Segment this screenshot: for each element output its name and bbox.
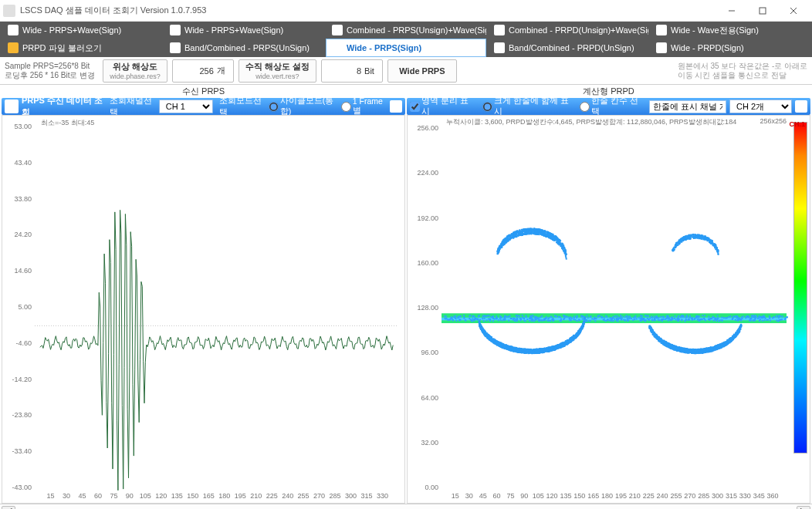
svg-rect-5249 — [470, 319, 472, 321]
channels-per-line-select[interactable]: CH 2개 — [729, 99, 792, 113]
svg-rect-944 — [522, 234, 523, 236]
svg-rect-5071 — [488, 319, 489, 320]
tab-band-prpd[interactable]: Band/Combined - PRPD(UnSign) — [488, 39, 648, 57]
svg-rect-3143 — [504, 348, 506, 349]
svg-rect-5248 — [682, 315, 684, 317]
tab-wide-prps-wave-1[interactable]: Wide - PRPS+Wave(Sign) — [2, 22, 162, 39]
svg-rect-4535 — [733, 336, 735, 338]
svg-rect-5181 — [499, 318, 501, 319]
svg-rect-5223 — [708, 316, 709, 318]
svg-rect-5166 — [546, 320, 548, 322]
svg-rect-3087 — [534, 349, 536, 351]
panel-menu-icon[interactable] — [795, 100, 807, 113]
svg-rect-1290 — [696, 236, 698, 238]
svg-rect-3107 — [515, 347, 516, 349]
svg-rect-881 — [521, 232, 523, 234]
panels: 수신 PRPS PRPS 수신 데이터 조회 조회채널선택 CH 1 조회모드선… — [0, 85, 812, 504]
svg-rect-5215 — [738, 317, 739, 319]
right-chart[interactable]: 누적사이클: 3,600, PRPD발생칸수:4,645, PRPS발생합계: … — [407, 115, 810, 504]
svg-rect-869 — [564, 249, 566, 251]
close-button[interactable] — [778, 0, 809, 22]
svg-rect-5410 — [611, 319, 613, 320]
channel-select[interactable]: CH 1 — [159, 99, 213, 113]
svg-text:96.00: 96.00 — [421, 349, 438, 356]
svg-text:165: 165 — [587, 492, 599, 500]
svg-rect-4853 — [526, 319, 528, 320]
svg-rect-4712 — [655, 335, 656, 336]
right-ctrl: 영역 분리 표시 크게 한줄에 함께 표시 한줄 칸수 선택 CH 2개 — [407, 98, 810, 115]
phase-res-button[interactable]: 위상 해상도 wide.phase.res? — [103, 59, 167, 83]
cols-per-line-input[interactable] — [649, 100, 726, 113]
svg-rect-4750 — [740, 325, 742, 326]
svg-rect-5281 — [692, 319, 693, 320]
svg-rect-5373 — [666, 316, 668, 318]
svg-rect-4802 — [671, 345, 672, 346]
svg-rect-5018 — [522, 315, 523, 316]
tab-combined-prpd[interactable]: Combined - PRPD(Unsign)+Wave(Sign) — [488, 22, 648, 39]
svg-rect-5363 — [584, 316, 585, 318]
svg-rect-5084 — [764, 316, 766, 318]
tab-combined-prps[interactable]: Combined - PRPS(Unsign)+Wave(Sign) — [326, 22, 486, 39]
svg-rect-5040 — [638, 317, 640, 319]
svg-rect-4765 — [666, 345, 668, 346]
svg-rect-4980 — [721, 317, 722, 319]
svg-rect-3067 — [528, 352, 529, 354]
svg-rect-898 — [531, 232, 533, 234]
svg-rect-5321 — [444, 318, 445, 319]
svg-rect-5211 — [645, 320, 646, 322]
svg-rect-957 — [533, 233, 535, 234]
tab-open-prpd-file[interactable]: PRPD 파일 불러오기 — [2, 39, 162, 57]
svg-rect-5105 — [529, 320, 530, 322]
big-one-line-radio[interactable]: 크게 한줄에 함께 표시 — [482, 96, 577, 117]
svg-rect-923 — [551, 236, 553, 238]
svg-rect-5208 — [689, 316, 691, 318]
svg-rect-3162 — [567, 341, 569, 342]
folder-icon — [8, 42, 19, 53]
svg-text:240: 240 — [282, 492, 293, 500]
svg-rect-1305 — [690, 236, 692, 238]
svg-rect-3212 — [510, 348, 512, 349]
svg-rect-5360 — [651, 317, 653, 319]
svg-rect-5389 — [617, 320, 619, 322]
svg-rect-4810 — [658, 338, 659, 339]
scroll-left-button[interactable]: ◀ — [2, 506, 15, 510]
tab-band-prps[interactable]: Band/Combined - PRPS(UnSign) — [164, 39, 324, 57]
svg-rect-4771 — [687, 352, 689, 353]
svg-rect-5404 — [484, 315, 486, 317]
svg-rect-4800 — [710, 350, 712, 352]
tab-wide-prps-wave-2[interactable]: Wide - PRPS+Wave(Sign) — [164, 22, 324, 39]
svg-rect-5258 — [510, 318, 512, 319]
col-count-radio[interactable]: 한줄 칸수 선택 — [580, 96, 646, 117]
svg-rect-5028 — [662, 319, 664, 320]
svg-rect-4708 — [716, 348, 717, 349]
svg-rect-3044 — [563, 342, 565, 343]
vert-res-label: 수직 해상도 설정 — [245, 61, 310, 72]
svg-rect-5417 — [767, 319, 769, 321]
scroll-right-button[interactable]: ▶ — [797, 506, 810, 510]
vert-res-button[interactable]: 수직 해상도 설정 wide.vert.res? — [239, 59, 316, 83]
svg-rect-3059 — [561, 343, 563, 345]
svg-rect-5374 — [531, 319, 533, 320]
left-chart[interactable]: 최소=-35 최대:45 -43.00-33.40-23.80-14.20-4.… — [2, 115, 405, 504]
svg-rect-4556 — [709, 351, 710, 352]
svg-rect-5330 — [576, 315, 577, 317]
svg-rect-4736 — [736, 334, 738, 335]
minimize-button[interactable] — [716, 0, 747, 22]
svg-rect-962 — [519, 233, 520, 234]
split-area-check[interactable]: 영역 분리 표시 — [410, 96, 476, 117]
tab-wide-prps-sign[interactable]: Wide - PRPS(Sign) — [326, 39, 486, 57]
svg-rect-909 — [546, 233, 547, 234]
toolbar: Sample PRPS=256*8 Bit 로딩후 256 * 16 Bit로 … — [0, 57, 812, 85]
tab-wide-prpd[interactable]: Wide - PRPD(Sign) — [650, 39, 810, 57]
svg-rect-849 — [513, 231, 515, 233]
frame-mode-radio[interactable]: 1 Frame별 — [341, 96, 387, 116]
wide-prps-button[interactable]: Wide PRPS — [387, 59, 457, 83]
svg-rect-4717 — [738, 329, 739, 330]
maximize-button[interactable] — [747, 0, 778, 22]
svg-rect-5327 — [640, 320, 641, 322]
panel-menu-icon[interactable] — [390, 100, 402, 113]
tab-wide-wave[interactable]: Wide - Wave전용(Sign) — [650, 22, 810, 39]
cycle-mode-radio[interactable]: 사이클모드(통합) — [269, 96, 338, 117]
svg-rect-5295 — [654, 319, 655, 320]
svg-text:165: 165 — [203, 492, 215, 500]
